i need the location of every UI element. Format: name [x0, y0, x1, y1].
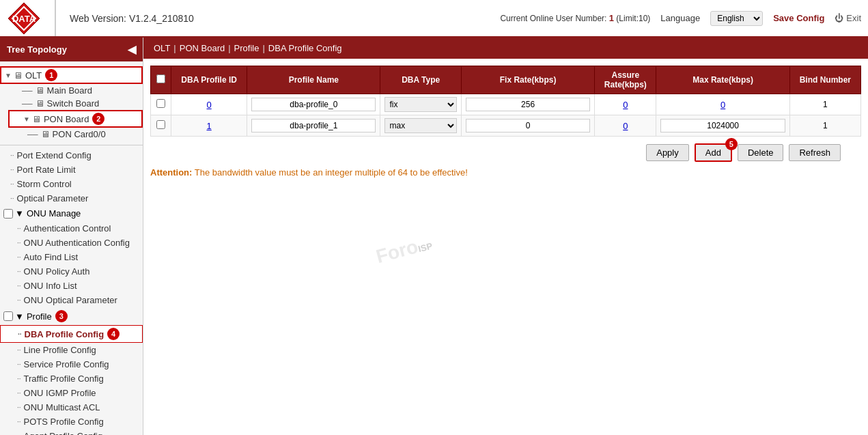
storm-control-label: Storm Control [17, 179, 72, 189]
th-profile-name: Profile Name [247, 66, 380, 94]
row1-bind-number: 1 [789, 115, 860, 137]
main-layout: Tree Topology ◀ ▼ 🖥 OLT 1 ── 🖥 Main Boar… [0, 38, 868, 435]
switch-board-row[interactable]: ── 🖥 Switch Board [8, 97, 143, 110]
agent-profile-config-label: Agent Profile Config [24, 431, 103, 435]
switch-board-connector: ── [22, 100, 33, 108]
row0-fix-rate-input[interactable] [466, 98, 590, 111]
th-bind-number: Bind Number [789, 66, 860, 94]
header: DATA Web Version: V1.2.4_210810 Current … [0, 0, 868, 38]
action-button-row: Apply Add 5 Delete Refresh [150, 143, 861, 162]
row1-dba-type-select[interactable]: fix max assure assure+fix assure+max [384, 118, 457, 133]
dba-profile-table: DBA Profile ID Profile Name DBA Type Fix… [150, 66, 861, 137]
row0-checkbox[interactable] [156, 99, 165, 108]
sidebar-collapse-icon[interactable]: ◀ [128, 43, 136, 56]
apply-button[interactable]: Apply [646, 144, 689, 161]
onu-manage-checkbox[interactable] [3, 209, 13, 219]
breadcrumb-profile[interactable]: Profile [234, 43, 260, 53]
sidebar: Tree Topology ◀ ▼ 🖥 OLT 1 ── 🖥 Main Boar… [0, 38, 143, 435]
onu-igmp-profile-item[interactable]: ·· ONU IGMP Profile [0, 386, 143, 400]
optical-parameter-item[interactable]: ·· Optical Parameter [0, 191, 143, 206]
profile-label: Profile [27, 311, 52, 322]
profile-checkbox[interactable] [3, 311, 13, 321]
olt-row[interactable]: ▼ 🖥 OLT 1 [0, 66, 143, 84]
language-select[interactable]: English Chinese [710, 11, 763, 26]
row0-assure-rate: 0 [595, 94, 656, 115]
row0-dba-type-select[interactable]: fix max assure assure+fix assure+max [384, 97, 457, 112]
onu-policy-auth-item[interactable]: ·· ONU Policy Auth [0, 264, 143, 279]
auth-dot: ·· [17, 225, 21, 232]
row1-max-rate-input[interactable] [660, 119, 785, 132]
line-dot: ·· [17, 346, 21, 354]
main-board-device-icon: 🖥 [36, 85, 44, 96]
main-board-row[interactable]: ── 🖥 Main Board [8, 84, 143, 97]
service-dot: ·· [17, 361, 21, 368]
row1-assure-rate: 0 [595, 115, 656, 137]
onu-manage-row[interactable]: ▼ ONU Manage [0, 206, 143, 221]
breadcrumb-olt[interactable]: OLT [154, 43, 170, 53]
pon-card-connector: ── [27, 130, 38, 139]
row1-fix-rate-input[interactable] [466, 119, 590, 132]
breadcrumb-pon-board[interactable]: PON Board [180, 43, 225, 53]
refresh-button[interactable]: Refresh [789, 144, 841, 161]
optical-dot: ·· [17, 296, 21, 304]
authentication-control-item[interactable]: ·· Authentication Control [0, 221, 143, 236]
dba-profile-config-item[interactable]: ·· DBA Profile Config 4 [0, 325, 143, 343]
olt-expand-icon[interactable]: ▼ [5, 72, 12, 79]
pots-profile-config-item[interactable]: ·· POTS Profile Config [0, 415, 143, 429]
pon-card-label: PON Card0/0 [53, 129, 106, 139]
delete-button[interactable]: Delete [738, 144, 784, 161]
profile-row[interactable]: ▼ Profile 3 [0, 307, 143, 325]
auto-find-list-item[interactable]: ·· Auto Find List [0, 250, 143, 264]
row1-assure-rate-link[interactable]: 0 [623, 121, 628, 131]
onu-auth-config-label: ONU Authentication Config [24, 238, 130, 248]
authentication-control-label: Authentication Control [24, 223, 111, 234]
select-all-checkbox[interactable] [156, 74, 165, 83]
port-rate-limit-item[interactable]: ·· Port Rate Limit [0, 163, 143, 177]
line-profile-config-item[interactable]: ·· Line Profile Config [0, 343, 143, 357]
breadcrumb-dba-profile-config[interactable]: DBA Profile Config [268, 43, 342, 53]
row0-bind-number: 1 [789, 94, 860, 115]
storm-control-item[interactable]: ·· Storm Control [0, 177, 143, 191]
onu-info-list-item[interactable]: ·· ONU Info List [0, 279, 143, 293]
power-icon: ⏻ [835, 13, 843, 23]
onu-info-list-label: ONU Info List [24, 281, 77, 291]
table-row: 0 fix max assure assure+fix assure+max [151, 94, 861, 115]
sep-2: | [228, 43, 230, 53]
attention-prefix: Attention: [150, 167, 192, 178]
onu-auth-config-item[interactable]: ·· ONU Authentication Config [0, 236, 143, 250]
th-assure-rate: AssureRate(kbps) [595, 66, 656, 94]
row0-profile-name-input[interactable] [251, 98, 376, 111]
row1-profile-name-input[interactable] [251, 119, 376, 132]
agent-profile-config-item[interactable]: ·· Agent Profile Config [0, 429, 143, 435]
olt-badge: 1 [45, 69, 57, 81]
port-rate-limit-label: Port Rate Limit [17, 165, 76, 175]
service-profile-config-item[interactable]: ·· Service Profile Config [0, 357, 143, 371]
pon-board-expand-icon[interactable]: ▼ [23, 115, 30, 123]
sidebar-header[interactable]: Tree Topology ◀ [0, 38, 143, 61]
row1-checkbox[interactable] [156, 120, 165, 129]
pon-card-row[interactable]: ── 🖥 PON Card0/0 [0, 128, 143, 141]
add-button[interactable]: Add 5 [695, 143, 732, 162]
exit-button[interactable]: ⏻ Exit [835, 13, 861, 23]
th-fix-rate: Fix Rate(kbps) [461, 66, 594, 94]
traffic-dot: ·· [17, 375, 21, 382]
row0-id-link[interactable]: 0 [207, 100, 212, 110]
onu-optical-param-item[interactable]: ·· ONU Optical Parameter [0, 293, 143, 307]
row0-max-rate-link[interactable]: 0 [720, 100, 725, 110]
onu-manage-expand-icon[interactable]: ▼ [15, 208, 24, 219]
profile-expand-icon[interactable]: ▼ [15, 311, 24, 322]
row1-dba-type: fix max assure assure+fix assure+max [380, 115, 462, 137]
row0-fix-rate [461, 94, 594, 115]
row0-checkbox-cell [151, 94, 171, 115]
port-extend-config-item[interactable]: ·· Port Extend Config [0, 148, 143, 163]
online-count: 1 [609, 13, 614, 23]
row1-id-link[interactable]: 1 [207, 121, 212, 131]
row0-assure-rate-link[interactable]: 0 [623, 100, 628, 110]
save-config-button[interactable]: Save Config [773, 13, 824, 23]
online-users-text: Current Online User Number: 1 (Limit:10) [500, 13, 650, 23]
traffic-profile-config-item[interactable]: ·· Traffic Profile Config [0, 371, 143, 386]
onu-multicast-acl-item[interactable]: ·· ONU Multicast ACL [0, 400, 143, 415]
th-checkbox [151, 66, 171, 94]
optical-parameter-label: Optical Parameter [17, 193, 89, 204]
pon-board-row[interactable]: ▼ 🖥 PON Board 2 [8, 110, 143, 128]
